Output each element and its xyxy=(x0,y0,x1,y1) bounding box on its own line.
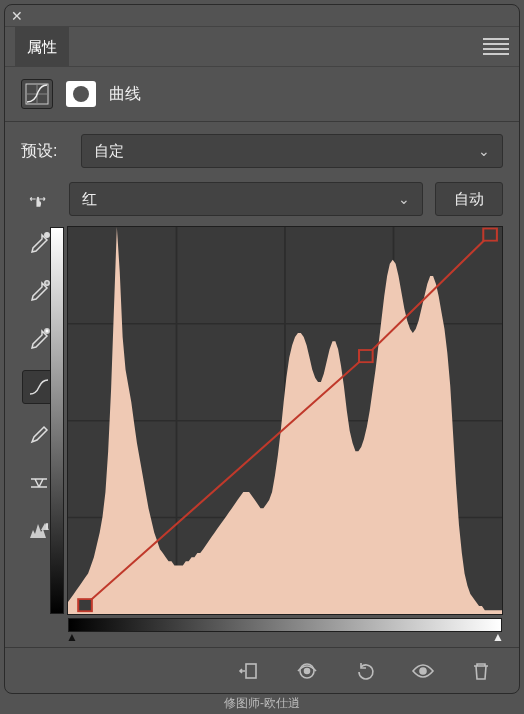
preset-label: 预设: xyxy=(21,141,69,162)
curves-chart[interactable]: ▲ ▲ xyxy=(67,226,503,615)
svg-rect-15 xyxy=(483,229,497,241)
preset-row: 预设: 自定 ⌄ xyxy=(5,130,519,178)
channel-row: 红 ⌄ 自动 xyxy=(5,178,519,226)
trash-icon[interactable] xyxy=(467,659,495,683)
black-point-slider[interactable]: ▲ xyxy=(66,630,78,644)
clip-toggle-icon[interactable] xyxy=(235,659,263,683)
svg-rect-16 xyxy=(246,664,256,678)
panel-header: 属性 xyxy=(5,27,519,67)
svg-point-18 xyxy=(305,668,310,673)
panel-footer xyxy=(5,647,519,693)
adjustment-type-row: 曲线 xyxy=(5,67,519,119)
svg-point-19 xyxy=(420,668,426,674)
properties-panel: ✕ 属性 曲线 预设: 自定 ⌄ 红 ⌄ xyxy=(4,4,520,694)
adjustment-label: 曲线 xyxy=(109,84,141,105)
view-previous-icon[interactable] xyxy=(293,659,321,683)
svg-text:!: ! xyxy=(46,523,48,530)
chevron-down-icon: ⌄ xyxy=(478,143,490,159)
visibility-icon[interactable] xyxy=(409,659,437,683)
curves-adjustment-icon[interactable] xyxy=(21,79,53,109)
svg-point-4 xyxy=(45,281,49,285)
white-point-slider[interactable]: ▲ xyxy=(492,630,504,644)
tab-label: 属性 xyxy=(27,38,57,57)
auto-label: 自动 xyxy=(454,190,484,209)
target-adjust-icon[interactable] xyxy=(21,182,55,216)
channel-select[interactable]: 红 ⌄ xyxy=(69,182,423,216)
svg-rect-14 xyxy=(359,350,373,362)
preset-value: 自定 xyxy=(94,142,124,161)
tab-properties[interactable]: 属性 xyxy=(15,27,69,67)
output-gradient xyxy=(50,227,64,614)
svg-point-3 xyxy=(45,233,49,237)
watermark-bottom: 修图师-欧仕逍 xyxy=(0,695,524,712)
chevron-down-icon: ⌄ xyxy=(398,191,410,207)
reset-icon[interactable] xyxy=(351,659,379,683)
auto-button[interactable]: 自动 xyxy=(435,182,503,216)
panel-menu-icon[interactable] xyxy=(483,38,509,56)
close-icon[interactable]: ✕ xyxy=(11,8,23,24)
svg-point-5 xyxy=(45,329,49,333)
panel-titlebar: ✕ xyxy=(5,5,519,27)
channel-value: 红 xyxy=(82,190,97,209)
preset-select[interactable]: 自定 ⌄ xyxy=(81,134,503,168)
input-gradient xyxy=(68,618,502,632)
curves-body: ! ▲ ▲ xyxy=(5,226,519,615)
svg-rect-13 xyxy=(78,599,92,611)
layer-mask-icon[interactable] xyxy=(65,79,97,109)
